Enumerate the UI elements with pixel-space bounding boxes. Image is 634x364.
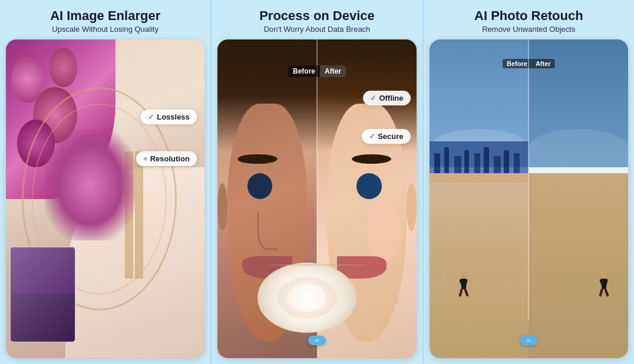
beach-image: Before After ‹›: [430, 39, 628, 358]
badge-secure-check: ✓: [369, 132, 375, 141]
white-rose: [257, 263, 357, 333]
beach-left: [430, 39, 529, 358]
panel-photo-retouch: AI Photo Retouch Remove Unwanted Objects: [424, 0, 634, 364]
panel3-title: AI Photo Retouch: [474, 8, 583, 24]
panel2-slider-handle[interactable]: ‹›: [308, 336, 326, 345]
badge-lossless: ✓ Lossless: [141, 110, 197, 124]
petals-on-plate: [45, 129, 135, 240]
badge-resolution: + Resolution: [136, 151, 197, 166]
svg-rect-4: [458, 288, 463, 297]
beach-divider: [528, 39, 529, 320]
sand-right: [529, 173, 628, 358]
panel1-image: ✓ Lossless + Resolution: [6, 39, 204, 358]
panel1-subtitle: Upscale Without Losing Quality: [52, 25, 158, 34]
thumbnail-small: [10, 247, 75, 342]
badge-resolution-plus: +: [143, 154, 148, 163]
svg-rect-5: [464, 288, 469, 297]
badge-secure: ✓ Secure: [362, 129, 410, 144]
panel1-title: AI Image Enlarger: [50, 8, 160, 24]
svg-rect-11: [604, 288, 609, 297]
panel2-subtitle: Don't Worry About Data Breach: [264, 25, 371, 34]
panel3-slider-handle[interactable]: ‹›: [520, 336, 537, 345]
panel3-before-label: Before: [503, 59, 531, 68]
panel2-title: Process on Device: [259, 8, 375, 24]
svg-point-0: [461, 272, 467, 278]
panel-process-on-device: Process on Device Don't Worry About Data…: [212, 0, 423, 364]
fork2: [135, 151, 143, 279]
panel3-phone-frame: Before After ‹› Size Offset: [430, 39, 628, 358]
person-left: [457, 272, 470, 301]
beach-right: [529, 39, 628, 358]
person-right: [597, 272, 610, 301]
badge-secure-text: Secure: [378, 132, 403, 141]
panel2-after-label: After: [320, 65, 346, 77]
badge-offline-check: ✓: [370, 94, 377, 102]
panel3-subtitle: Remove Unwanted Objects: [482, 25, 575, 34]
face-image: Before After ✓ Offline ✓ Secure ‹›: [217, 39, 416, 358]
svg-rect-10: [599, 288, 603, 297]
svg-point-6: [601, 272, 607, 278]
badge-lossless-text: Lossless: [157, 112, 190, 121]
sand-left: [430, 173, 529, 358]
panel2-phone-frame: Before After ✓ Offline ✓ Secure ‹›: [217, 39, 416, 358]
badge-offline-text: Offline: [379, 94, 403, 102]
panel2-before-label: Before: [288, 65, 320, 77]
badge-offline: ✓ Offline: [363, 91, 410, 105]
badge-resolution-text: Resolution: [150, 154, 190, 163]
panel-ai-enlarger: AI Image Enlarger Upscale Without Losing…: [0, 0, 212, 364]
badge-lossless-check: ✓: [148, 112, 154, 121]
panel3-after-label: After: [531, 59, 555, 68]
panel2-before-after: Before After: [288, 65, 346, 77]
panel1-phone-frame: ✓ Lossless + Resolution Enhance Model: ?…: [6, 39, 204, 358]
